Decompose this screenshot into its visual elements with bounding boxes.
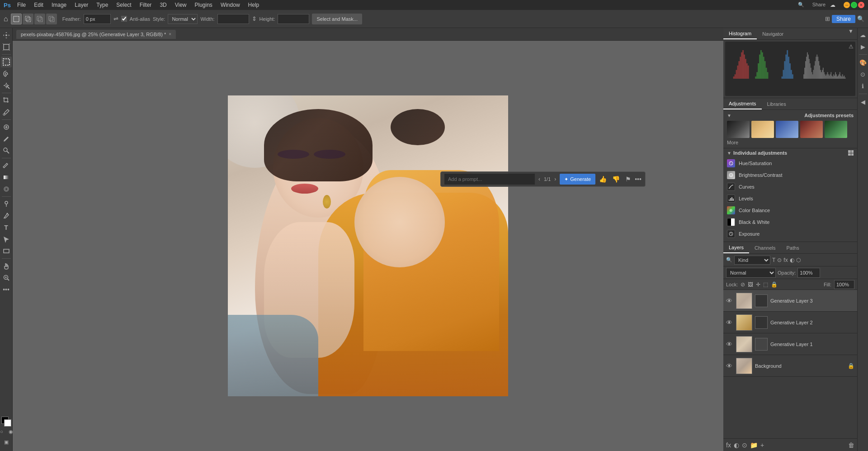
black-white-adj[interactable]: Black & White xyxy=(727,216,854,228)
subtract-selection-btn[interactable] xyxy=(34,14,45,24)
cloud-icon[interactable]: ☁ xyxy=(830,2,835,8)
preset-3[interactable] xyxy=(776,121,798,138)
move-tool[interactable] xyxy=(1,30,12,41)
search-icon[interactable]: 🔍 xyxy=(798,2,804,8)
exposure-adj[interactable]: Exposure xyxy=(727,228,854,240)
healing-tool[interactable] xyxy=(1,122,12,133)
menu-type[interactable]: Type xyxy=(93,1,112,9)
menu-select[interactable]: Select xyxy=(113,1,135,9)
preset-4[interactable] xyxy=(800,121,823,138)
search-btn[interactable]: 🔍 xyxy=(857,15,864,22)
grid-view-btn[interactable] xyxy=(848,150,854,156)
delete-layer-btn[interactable]: 🗑 xyxy=(848,442,854,449)
lock-artboards-btn[interactable]: ⬚ xyxy=(763,281,768,288)
eyedropper-tool[interactable] xyxy=(1,107,12,118)
hand-tool[interactable] xyxy=(1,261,12,271)
filter-adj-icon[interactable]: ⊙ xyxy=(777,257,782,263)
ps-logo[interactable]: Ps xyxy=(4,2,11,9)
filter-smart-icon[interactable]: ⬡ xyxy=(796,257,801,263)
prompt-input[interactable] xyxy=(444,174,535,185)
panel-menu-btn[interactable]: ▼ xyxy=(844,28,857,39)
eraser-tool[interactable] xyxy=(1,160,12,171)
more-options-btn[interactable]: ••• xyxy=(635,176,642,183)
maximize-button[interactable]: □ xyxy=(851,2,857,8)
anti-alias-checkbox[interactable] xyxy=(121,16,127,22)
add-mask-btn[interactable]: ◐ xyxy=(734,442,739,449)
feather-input[interactable] xyxy=(84,14,111,24)
lasso-tool[interactable] xyxy=(1,68,12,79)
thumbs-down-btn[interactable]: 👎 xyxy=(610,175,622,184)
blur-tool[interactable] xyxy=(1,184,12,195)
layer-item-gen2[interactable]: 👁 Generative Layer 2 xyxy=(723,312,857,333)
menu-plugins[interactable]: Plugins xyxy=(191,1,216,9)
opacity-input[interactable]: 100% xyxy=(797,268,820,278)
brush-tool[interactable] xyxy=(1,133,12,144)
presets-header[interactable]: ▼ Adjustments presets xyxy=(727,113,854,118)
add-selection-btn[interactable]: + xyxy=(23,14,33,24)
lock-position-btn[interactable]: ✛ xyxy=(756,281,760,288)
lock-transparent-btn[interactable]: ⊘ xyxy=(741,281,745,288)
filter-mask-icon[interactable]: ◐ xyxy=(790,257,794,263)
add-fx-btn[interactable]: fx xyxy=(726,442,731,449)
path-select-tool[interactable] xyxy=(1,234,12,245)
filter-panel-btn[interactable]: 🎨 xyxy=(858,57,868,67)
lock-all-btn[interactable]: 🔒 xyxy=(771,281,778,288)
filter-fx-icon[interactable]: fx xyxy=(783,257,788,263)
menu-file[interactable]: File xyxy=(14,1,29,9)
constrain-icon[interactable]: ⇕ xyxy=(252,15,257,22)
color-balance-adj[interactable]: ⊕ Color Balance xyxy=(727,204,854,216)
histogram-tab[interactable]: Histogram xyxy=(723,28,757,39)
standard-mode[interactable]: ○ xyxy=(0,427,6,436)
layer-item-background[interactable]: 👁 Background 🔒 xyxy=(723,355,857,377)
info-btn[interactable]: ℹ xyxy=(858,81,868,91)
navigator-tab[interactable]: Navigator xyxy=(757,28,789,39)
artboard-tool[interactable] xyxy=(1,42,12,52)
workspace-icon[interactable]: ⊞ xyxy=(825,15,830,22)
layer-visibility-gen2[interactable]: 👁 xyxy=(726,319,733,326)
zoom-tool[interactable] xyxy=(1,272,12,283)
paths-tab[interactable]: Paths xyxy=(781,242,805,253)
new-selection-btn[interactable] xyxy=(11,14,22,24)
layers-tab[interactable]: Layers xyxy=(723,242,749,253)
next-generation-btn[interactable]: › xyxy=(552,175,558,183)
extra-tools[interactable]: ••• xyxy=(1,284,12,295)
width-input[interactable] xyxy=(217,14,249,24)
share-button[interactable]: Share xyxy=(812,2,826,8)
foreground-background-colors[interactable] xyxy=(1,417,11,427)
clone-tool[interactable] xyxy=(1,145,12,156)
menu-edit[interactable]: Edit xyxy=(30,1,47,9)
layer-visibility-gen1[interactable]: 👁 xyxy=(726,341,733,348)
marquee-tool[interactable] xyxy=(1,57,12,67)
layer-visibility-gen3[interactable]: 👁 xyxy=(726,297,733,304)
blend-mode-select[interactable]: Normal xyxy=(726,268,776,278)
prev-generation-btn[interactable]: ‹ xyxy=(537,175,542,183)
adjustments-tab[interactable]: Adjustments xyxy=(723,98,762,109)
type-tool[interactable]: T xyxy=(1,222,12,233)
menu-filter[interactable]: Filter xyxy=(136,1,156,9)
adjustment-layer-btn[interactable]: ⊙ xyxy=(742,442,747,449)
layer-visibility-bg[interactable]: 👁 xyxy=(726,362,733,370)
pen-tool[interactable] xyxy=(1,210,12,221)
crop-tool[interactable] xyxy=(1,95,12,106)
libraries-tab[interactable]: Libraries xyxy=(762,98,792,109)
generate-btn[interactable]: ✦ Generate xyxy=(560,174,595,185)
group-layers-btn[interactable]: 📁 xyxy=(750,442,758,449)
document-tab[interactable]: pexels-pixabay-458766.jpg @ 25% (Generat… xyxy=(16,30,176,39)
hue-saturation-adj[interactable]: Hue/Saturation xyxy=(727,157,854,169)
preset-5[interactable] xyxy=(825,121,847,138)
flag-btn[interactable]: ⚑ xyxy=(623,175,633,184)
kind-filter-select[interactable]: Kind xyxy=(734,256,770,265)
thumbs-up-btn[interactable]: 👍 xyxy=(597,175,609,184)
levels-adj[interactable]: Levels xyxy=(727,193,854,204)
collapse-panel-btn[interactable]: ◀ xyxy=(858,97,868,107)
share-btn[interactable]: Share xyxy=(832,15,855,23)
magic-wand-tool[interactable] xyxy=(1,80,12,91)
cloud-storage-btn[interactable]: ☁ xyxy=(858,30,868,40)
more-presets-link[interactable]: More xyxy=(727,140,854,145)
curves-adj[interactable]: Curves xyxy=(727,181,854,193)
menu-3d[interactable]: 3D xyxy=(156,1,170,9)
preset-1[interactable] xyxy=(727,121,750,138)
brightness-contrast-adj[interactable]: Brightness/Contrast xyxy=(727,169,854,181)
home-icon[interactable]: ⌂ xyxy=(4,15,8,23)
menu-help[interactable]: Help xyxy=(245,1,263,9)
